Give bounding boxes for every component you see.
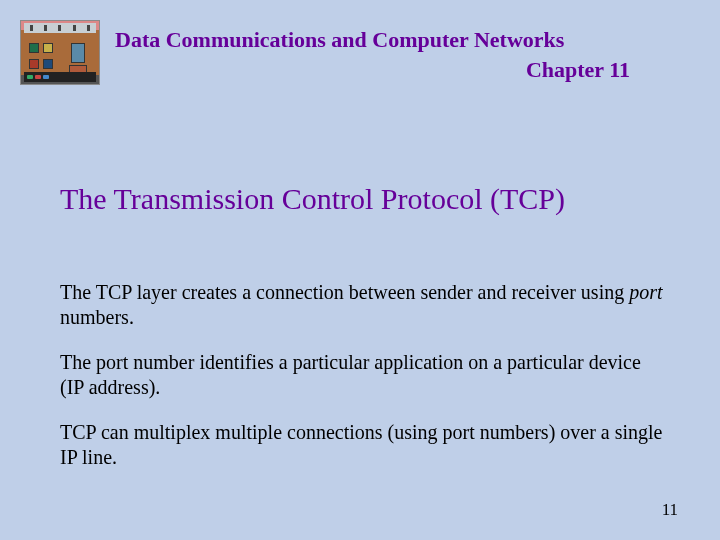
header-title-line2: Chapter 11 bbox=[115, 55, 630, 85]
paragraph-1-em: port bbox=[629, 281, 662, 303]
header-title-line1: Data Communications and Computer Network… bbox=[115, 25, 630, 55]
slide-heading: The Transmission Control Protocol (TCP) bbox=[60, 180, 640, 218]
logo-image bbox=[20, 20, 100, 85]
page-number: 11 bbox=[662, 500, 678, 520]
slide-body: The TCP layer creates a connection betwe… bbox=[60, 280, 665, 490]
paragraph-2: The port number identifies a particular … bbox=[60, 350, 665, 400]
paragraph-1-post: numbers. bbox=[60, 306, 134, 328]
header-title: Data Communications and Computer Network… bbox=[115, 25, 630, 84]
paragraph-3: TCP can multiplex multiple connections (… bbox=[60, 420, 665, 470]
paragraph-1-pre: The TCP layer creates a connection betwe… bbox=[60, 281, 629, 303]
paragraph-1: The TCP layer creates a connection betwe… bbox=[60, 280, 665, 330]
slide: Data Communications and Computer Network… bbox=[0, 0, 720, 540]
